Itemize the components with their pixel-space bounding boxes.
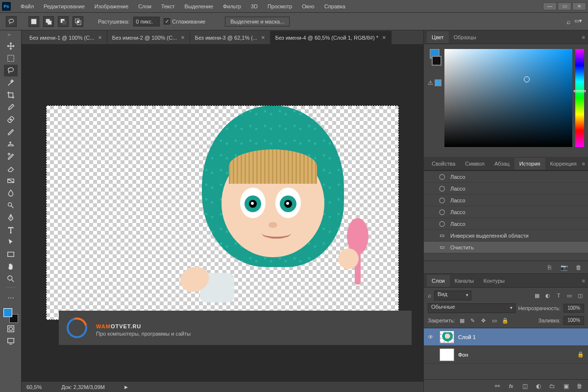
filter-type-icon[interactable]: T	[555, 292, 563, 299]
history-item[interactable]: ◯Лассо	[424, 195, 588, 206]
layer-filter-select[interactable]: Вид	[434, 291, 471, 300]
menu-Окно[interactable]: Окно	[297, 0, 319, 12]
history-item[interactable]: ◯Лассо	[424, 171, 588, 183]
menu-Слои[interactable]: Слои	[133, 0, 156, 12]
tab-Коррекция[interactable]: Коррекция	[545, 158, 582, 170]
move-tool[interactable]	[4, 40, 18, 52]
selection-subtract-icon[interactable]	[58, 16, 69, 27]
layer-name[interactable]: Фон	[458, 352, 468, 358]
layer-trash-icon[interactable]: 🗑	[575, 382, 584, 391]
edit-toolbar[interactable]: ⋯	[4, 292, 18, 304]
type-tool[interactable]	[4, 224, 18, 236]
lasso-tool[interactable]	[4, 65, 18, 76]
filter-adjust-icon[interactable]: ◐	[544, 292, 552, 299]
tool-preset-lasso[interactable]	[6, 16, 17, 27]
blend-mode-select[interactable]: Обычные	[428, 303, 515, 313]
lock-artboard-icon[interactable]: ▭	[490, 317, 498, 324]
layer-thumbnail[interactable]	[440, 331, 454, 343]
crop-tool[interactable]	[4, 89, 18, 101]
menu-Выделение[interactable]: Выделение	[180, 0, 218, 12]
tab-close-icon[interactable]: ×	[382, 34, 386, 41]
eyedropper-tool[interactable]	[4, 101, 18, 113]
history-item[interactable]: ◯Лассо	[424, 183, 588, 195]
menu-Файл[interactable]: Файл	[16, 0, 39, 12]
document-tab[interactable]: Без имени-1 @ 100% (С...×	[24, 31, 107, 44]
panel-menu-icon[interactable]: ≡	[582, 161, 585, 167]
tab-swatches[interactable]: Образцы	[449, 31, 481, 43]
select-and-mask-button[interactable]: Выделение и маска...	[225, 17, 290, 26]
lock-brush-icon[interactable]: ✎	[469, 317, 477, 324]
search-icon[interactable]: ⌕	[566, 18, 570, 25]
layer-adjust-icon[interactable]: ◐	[534, 382, 543, 391]
lock-all-icon[interactable]: 🔒	[501, 317, 509, 324]
layer-group-icon[interactable]: 🗀	[548, 382, 557, 391]
menu-Изображение[interactable]: Изображение	[90, 0, 133, 12]
marquee-tool[interactable]	[4, 52, 18, 64]
layer-fx-icon[interactable]: fx	[507, 382, 515, 391]
filter-smart-icon[interactable]: ◫	[576, 292, 584, 299]
filter-shape-icon[interactable]: ▭	[565, 292, 573, 299]
tab-Абзац[interactable]: Абзац	[490, 158, 514, 170]
menu-Справка[interactable]: Справка	[319, 0, 350, 12]
history-snapshot-icon[interactable]: 📷	[560, 263, 568, 272]
layer-new-icon[interactable]: ▣	[562, 382, 570, 391]
menu-3D[interactable]: 3D	[246, 0, 263, 12]
dodge-tool[interactable]	[4, 199, 18, 211]
selection-new-icon[interactable]	[28, 16, 39, 27]
tab-layers[interactable]: Слои	[427, 275, 450, 287]
menu-Просмотр[interactable]: Просмотр	[263, 0, 297, 12]
tab-Символ[interactable]: Символ	[460, 158, 490, 170]
selection-intersect-icon[interactable]	[73, 16, 83, 27]
healing-tool[interactable]	[4, 114, 18, 125]
panel-menu-icon[interactable]: ≡	[582, 278, 585, 284]
opacity-input[interactable]: 100%	[564, 304, 584, 313]
color-swatches[interactable]	[3, 308, 18, 323]
document-tab[interactable]: Без имени-3 @ 62,1% (...×	[190, 31, 270, 44]
menu-Текст[interactable]: Текст	[156, 0, 180, 12]
history-brush-tool[interactable]	[4, 150, 18, 162]
tab-close-icon[interactable]: ×	[181, 34, 185, 41]
selection-add-icon[interactable]	[43, 16, 54, 27]
gamut-warning-icon[interactable]: ⚠	[428, 79, 433, 86]
quickmask-tool[interactable]	[4, 323, 18, 335]
status-docsize[interactable]: Док: 2,32M/3,09M	[61, 384, 105, 390]
hand-tool[interactable]	[4, 261, 18, 272]
canvas[interactable]	[46, 105, 399, 320]
history-newdoc-icon[interactable]: ⎘	[545, 263, 554, 272]
color-field[interactable]	[444, 49, 572, 147]
history-item[interactable]: ▭Инверсия выделенной области	[424, 230, 588, 242]
lock-pos-icon[interactable]: ✥	[480, 317, 488, 324]
tab-История[interactable]: История	[514, 158, 545, 170]
rectangle-tool[interactable]	[4, 248, 18, 260]
tab-paths[interactable]: Контуры	[479, 275, 510, 287]
filter-pixel-icon[interactable]: ▦	[533, 292, 541, 299]
zoom-tool[interactable]	[4, 273, 18, 285]
gradient-tool[interactable]	[4, 175, 18, 187]
menu-Фильтр[interactable]: Фильтр	[218, 0, 246, 12]
history-item[interactable]: ◯Лассо	[424, 218, 588, 230]
workspace-switcher-icon[interactable]: ▭▾	[574, 18, 582, 25]
layer-mask-icon[interactable]: ◫	[520, 382, 529, 391]
tab-close-icon[interactable]: ×	[98, 34, 102, 41]
layer-row[interactable]: Фон🔒	[424, 346, 588, 364]
history-item[interactable]: ◯Лассо	[424, 206, 588, 218]
layer-row[interactable]: 👁Слой 1	[424, 328, 588, 346]
panel-menu-icon[interactable]: ≡	[582, 34, 585, 40]
magic-wand-tool[interactable]	[4, 77, 18, 89]
window-minimize[interactable]: —	[543, 2, 557, 10]
history-item[interactable]: ▭Очистить	[424, 242, 588, 253]
layer-name[interactable]: Слой 1	[458, 334, 476, 340]
fill-input[interactable]: 100%	[564, 316, 584, 325]
document-tab[interactable]: Без имени-2 @ 100% (С...×	[107, 31, 190, 44]
document-tab[interactable]: Без имени-4 @ 60,5% (Слой 1, RGB/8#) *×	[270, 31, 392, 44]
window-maximize[interactable]: ▭	[558, 2, 571, 10]
pen-tool[interactable]	[4, 212, 18, 223]
layer-thumbnail[interactable]	[440, 348, 454, 361]
antialias-checkbox[interactable]: ✓ Сглаживание	[164, 18, 205, 24]
tab-color[interactable]: Цвет	[427, 31, 449, 43]
blur-tool[interactable]	[4, 187, 18, 199]
hue-slider[interactable]	[575, 49, 584, 147]
brush-tool[interactable]	[4, 126, 18, 138]
path-select-tool[interactable]	[4, 236, 18, 248]
menu-Редактирование[interactable]: Редактирование	[39, 0, 90, 12]
